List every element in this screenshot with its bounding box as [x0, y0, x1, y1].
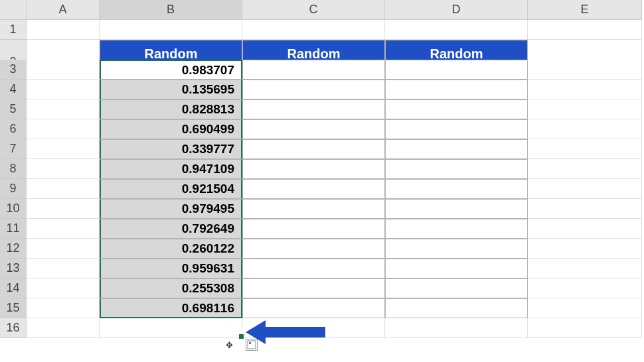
cell-c5[interactable] — [242, 99, 385, 119]
cursor-crosshair-icon: ✥ — [226, 340, 233, 350]
cell-e12[interactable] — [528, 239, 642, 259]
cell-e6[interactable] — [528, 119, 642, 139]
cell-e16[interactable] — [528, 318, 642, 338]
cell-d16[interactable] — [385, 318, 528, 338]
cell-d6[interactable] — [385, 119, 528, 139]
cell-a1[interactable] — [27, 20, 100, 40]
cell-d13[interactable] — [385, 259, 528, 278]
row-header-8[interactable]: 8 — [0, 159, 27, 179]
col-header-d[interactable]: D — [385, 0, 528, 20]
cell-b15[interactable]: 0.698116 — [100, 298, 242, 318]
row-header-12[interactable]: 12 — [0, 239, 27, 259]
cell-d11[interactable] — [385, 219, 528, 239]
cell-c13[interactable] — [242, 259, 385, 278]
row-header-1[interactable]: 1 — [0, 20, 27, 40]
arrow-annotation-icon — [246, 319, 332, 345]
cell-d14[interactable] — [385, 278, 528, 298]
cell-a15[interactable] — [27, 298, 100, 318]
row-header-11[interactable]: 11 — [0, 219, 27, 239]
cell-b12[interactable]: 0.260122 — [100, 239, 242, 259]
svg-marker-0 — [246, 320, 325, 344]
cell-b7[interactable]: 0.339777 — [100, 139, 242, 159]
cell-a9[interactable] — [27, 179, 100, 199]
cell-e4[interactable] — [528, 80, 642, 99]
spreadsheet-grid: A B C D E 1 2 Random 0 - 1 Random Whole … — [0, 0, 644, 338]
cell-e7[interactable] — [528, 139, 642, 159]
cell-c1[interactable] — [242, 20, 385, 40]
cell-c9[interactable] — [242, 179, 385, 199]
cell-e13[interactable] — [528, 259, 642, 278]
cell-c11[interactable] — [242, 219, 385, 239]
cell-c10[interactable] — [242, 199, 385, 219]
cell-a16[interactable] — [27, 318, 100, 338]
cell-c8[interactable] — [242, 159, 385, 179]
row-header-9[interactable]: 9 — [0, 179, 27, 199]
cell-e10[interactable] — [528, 199, 642, 219]
cell-e5[interactable] — [528, 99, 642, 119]
cell-b6[interactable]: 0.690499 — [100, 119, 242, 139]
col-header-a[interactable]: A — [27, 0, 100, 20]
cell-d3[interactable] — [385, 60, 528, 80]
cell-b4[interactable]: 0.135695 — [100, 80, 242, 99]
row-header-10[interactable]: 10 — [0, 199, 27, 219]
cell-a3[interactable] — [27, 60, 100, 80]
cell-e1[interactable] — [528, 20, 642, 40]
cell-a4[interactable] — [27, 80, 100, 99]
cell-c14[interactable] — [242, 278, 385, 298]
row-header-15[interactable]: 15 — [0, 298, 27, 318]
cell-b8[interactable]: 0.947109 — [100, 159, 242, 179]
cell-a6[interactable] — [27, 119, 100, 139]
cell-c12[interactable] — [242, 239, 385, 259]
cell-a11[interactable] — [27, 219, 100, 239]
select-all-corner[interactable] — [0, 0, 27, 20]
cell-b10[interactable]: 0.979495 — [100, 199, 242, 219]
cell-e14[interactable] — [528, 278, 642, 298]
cell-e8[interactable] — [528, 159, 642, 179]
cell-a10[interactable] — [27, 199, 100, 219]
cell-a8[interactable] — [27, 159, 100, 179]
row-header-5[interactable]: 5 — [0, 99, 27, 119]
cell-a5[interactable] — [27, 99, 100, 119]
cell-b9[interactable]: 0.921504 — [100, 179, 242, 199]
cell-e11[interactable] — [528, 219, 642, 239]
cell-d10[interactable] — [385, 199, 528, 219]
cell-b13[interactable]: 0.959631 — [100, 259, 242, 278]
fill-handle[interactable] — [239, 334, 244, 339]
cell-a14[interactable] — [27, 278, 100, 298]
cell-a7[interactable] — [27, 139, 100, 159]
col-header-e[interactable]: E — [528, 0, 642, 20]
cell-b1[interactable] — [100, 20, 242, 40]
cell-c7[interactable] — [242, 139, 385, 159]
cell-b16[interactable] — [100, 318, 242, 338]
row-header-16[interactable]: 16 — [0, 318, 27, 338]
col-header-c[interactable]: C — [242, 0, 385, 20]
cell-d8[interactable] — [385, 159, 528, 179]
cell-a12[interactable] — [27, 239, 100, 259]
cell-b3[interactable]: 0.983707 — [100, 60, 242, 80]
cell-d15[interactable] — [385, 298, 528, 318]
row-header-13[interactable]: 13 — [0, 259, 27, 278]
row-header-6[interactable]: 6 — [0, 119, 27, 139]
cell-c15[interactable] — [242, 298, 385, 318]
cell-e3[interactable] — [528, 60, 642, 80]
cell-c6[interactable] — [242, 119, 385, 139]
cell-c3[interactable] — [242, 60, 385, 80]
cell-a13[interactable] — [27, 259, 100, 278]
cell-d5[interactable] — [385, 99, 528, 119]
col-header-b[interactable]: B — [100, 0, 242, 20]
cell-e15[interactable] — [528, 298, 642, 318]
row-header-4[interactable]: 4 — [0, 80, 27, 99]
cell-b5[interactable]: 0.828813 — [100, 99, 242, 119]
cell-d9[interactable] — [385, 179, 528, 199]
row-header-7[interactable]: 7 — [0, 139, 27, 159]
cell-b11[interactable]: 0.792649 — [100, 219, 242, 239]
cell-b14[interactable]: 0.255308 — [100, 278, 242, 298]
cell-d4[interactable] — [385, 80, 528, 99]
cell-e9[interactable] — [528, 179, 642, 199]
row-header-14[interactable]: 14 — [0, 278, 27, 298]
cell-c4[interactable] — [242, 80, 385, 99]
row-header-3[interactable]: 3 — [0, 60, 27, 80]
cell-d12[interactable] — [385, 239, 528, 259]
cell-d1[interactable] — [385, 20, 528, 40]
cell-d7[interactable] — [385, 139, 528, 159]
